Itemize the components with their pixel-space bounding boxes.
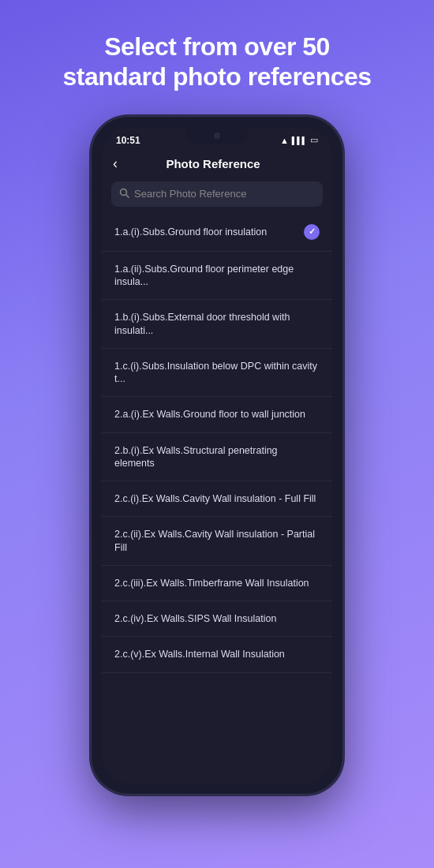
list-item-text: 2.a.(i).Ex Walls.Ground floor to wall ju… [114,408,320,421]
list-item[interactable]: 2.c.(iii).Ex Walls.Timberframe Wall Insu… [102,566,332,601]
photo-reference-list: 1.a.(i).Subs.Ground floor insulation1.a.… [102,213,332,784]
list-item-text: 2.b.(i).Ex Walls.Structural penetrating … [114,444,320,470]
hero-heading: Select from over 50 standard photo refer… [39,0,395,108]
signal-icon: ▌▌▌ [292,137,307,144]
list-item-text: 1.b.(i).Subs.External door threshold wit… [114,311,320,337]
phone-mockup: 10:51 ▲ ▌▌▌ ▭ ‹ Photo Reference Search P… [91,116,343,795]
notch-camera [214,133,220,139]
list-item[interactable]: 1.b.(i).Subs.External door threshold wit… [102,300,332,349]
list-item[interactable]: 2.c.(ii).Ex Walls.Cavity Wall insulation… [102,517,332,566]
phone-screen: 10:51 ▲ ▌▌▌ ▭ ‹ Photo Reference Search P… [102,127,332,784]
list-item-text: 2.c.(iv).Ex Walls.SIPS Wall Insulation [114,612,320,625]
list-item[interactable]: 1.c.(i).Subs.Insulation below DPC within… [102,349,332,398]
list-item-text: 1.c.(i).Subs.Insulation below DPC within… [114,360,320,386]
hero-line2: standard photo references [62,62,371,91]
list-item-text: 2.c.(iii).Ex Walls.Timberframe Wall Insu… [114,577,320,589]
app-header: ‹ Photo Reference [102,149,332,178]
list-item-text: 2.c.(i).Ex Walls.Cavity Wall insulation … [114,492,320,505]
hero-line1: Select from over 50 [104,32,330,61]
list-item[interactable]: 2.b.(i).Ex Walls.Structural penetrating … [102,433,332,482]
back-button[interactable]: ‹ [113,155,118,172]
status-time: 10:51 [116,135,140,146]
selected-checkmark-icon [304,224,320,240]
list-item[interactable]: 2.c.(iv).Ex Walls.SIPS Wall Insulation [102,601,332,637]
battery-icon: ▭ [310,135,318,145]
list-item[interactable]: 2.c.(v).Ex Walls.Internal Wall Insulatio… [102,637,332,672]
page-title: Photo Reference [124,157,302,170]
status-icons: ▲ ▌▌▌ ▭ [280,135,318,145]
search-placeholder: Search Photo Reference [134,188,246,200]
list-item-text: 2.c.(v).Ex Walls.Internal Wall Insulatio… [114,648,320,660]
list-item-text: 1.a.(i).Subs.Ground floor insulation [114,226,297,238]
list-item[interactable]: 2.c.(i).Ex Walls.Cavity Wall insulation … [102,481,332,517]
wifi-icon: ▲ [280,136,289,145]
search-icon [119,188,129,200]
list-item-text: 2.c.(ii).Ex Walls.Cavity Wall insulation… [114,528,320,554]
list-item[interactable]: 1.a.(ii).Subs.Ground floor perimeter edg… [102,252,332,301]
list-item-text: 1.a.(ii).Subs.Ground floor perimeter edg… [114,263,320,289]
search-bar[interactable]: Search Photo Reference [111,181,323,207]
phone-notch [185,127,249,144]
list-item[interactable]: 2.a.(i).Ex Walls.Ground floor to wall ju… [102,397,332,432]
svg-line-1 [126,194,129,196]
list-item[interactable]: 1.a.(i).Subs.Ground floor insulation [102,213,332,252]
